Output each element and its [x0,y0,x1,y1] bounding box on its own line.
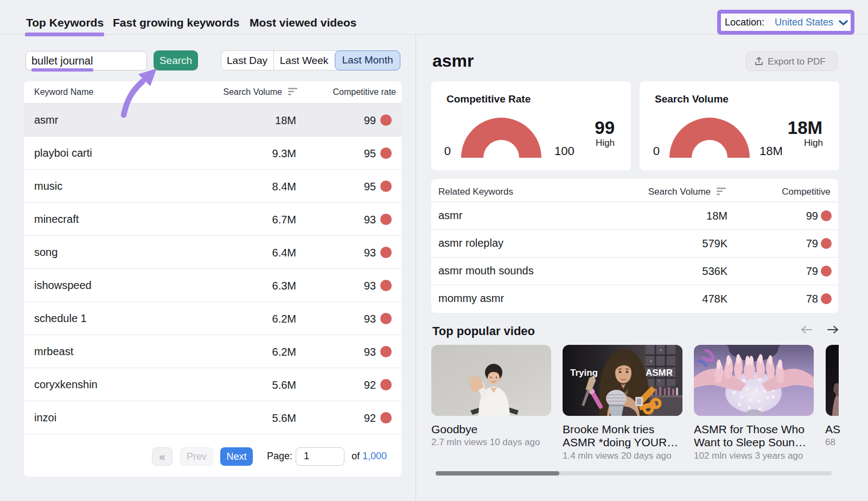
svg-text:Trying: Trying [570,368,598,378]
svg-text:ASMR: ASMR [646,368,673,378]
